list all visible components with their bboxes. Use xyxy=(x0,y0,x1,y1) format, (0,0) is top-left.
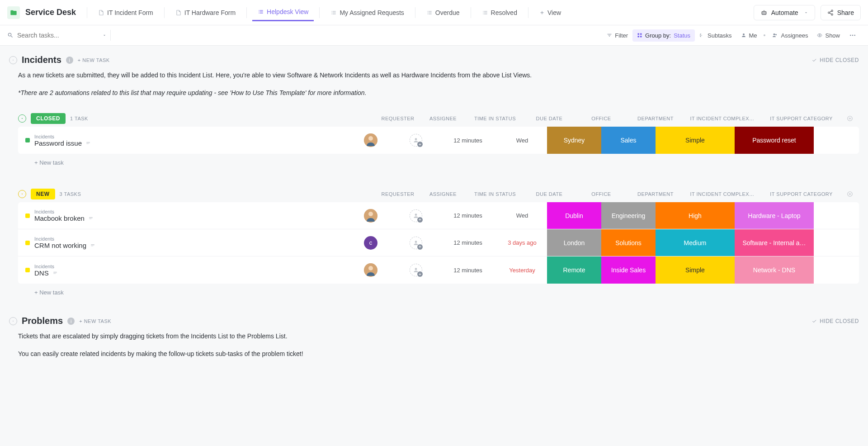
search-input[interactable] xyxy=(17,32,99,39)
info-icon[interactable]: i xyxy=(67,318,75,325)
col-support-category[interactable]: IT SUPPORT CATEGORY xyxy=(762,191,841,197)
subtasks-button[interactable]: Subtasks xyxy=(695,29,736,42)
description-icon[interactable] xyxy=(85,139,91,147)
status-square[interactable] xyxy=(25,214,30,218)
cell-department[interactable]: Engineering xyxy=(601,202,656,229)
requester-avatar[interactable] xyxy=(364,263,377,277)
status-square[interactable] xyxy=(25,241,30,245)
assignees-button[interactable]: Assignees xyxy=(767,29,812,42)
description-icon[interactable] xyxy=(52,269,58,277)
more-button[interactable] xyxy=(844,29,861,42)
assign-empty-icon[interactable] xyxy=(410,209,422,222)
cell-department[interactable]: Solutions xyxy=(601,229,656,256)
col-department[interactable]: DEPARTMENT xyxy=(628,191,683,197)
task-row[interactable]: Incidents DNS 12 minutes Yesterday Remot… xyxy=(18,256,859,284)
cell-department[interactable]: Inside Sales xyxy=(601,256,656,284)
cell-office[interactable]: Dublin xyxy=(547,202,601,229)
tab-it-incident-form[interactable]: IT Incident Form xyxy=(93,5,159,21)
assign-empty-icon[interactable] xyxy=(410,264,422,276)
chevron-down-icon[interactable] xyxy=(102,33,107,38)
col-due-date[interactable]: DUE DATE xyxy=(524,191,574,197)
cell-support-category[interactable]: Password reset xyxy=(735,127,814,154)
cell-support-category[interactable]: Network - DNS xyxy=(735,256,814,284)
status-pill[interactable]: CLOSED xyxy=(31,113,66,124)
add-column-button[interactable] xyxy=(841,115,859,122)
automate-button[interactable]: Automate xyxy=(754,5,815,20)
cell-complexity[interactable]: High xyxy=(656,202,735,229)
col-time-in-status[interactable]: TIME IN STATUS xyxy=(466,116,524,121)
cell-complexity[interactable]: Simple xyxy=(656,127,735,154)
cell-due-date[interactable]: 3 days ago xyxy=(497,229,547,256)
cell-assignee[interactable] xyxy=(393,202,439,229)
task-name[interactable]: Macbook broken xyxy=(34,214,94,222)
cell-due-date[interactable]: Wed xyxy=(497,202,547,229)
section-collapse-toggle[interactable] xyxy=(9,56,17,64)
tab-resolved[interactable]: Resolved xyxy=(476,5,523,21)
tab-overdue[interactable]: Overdue xyxy=(421,5,465,21)
add-view-button[interactable]: View xyxy=(534,5,566,20)
filter-button[interactable]: Filter xyxy=(602,29,632,42)
col-complexity[interactable]: IT INCIDENT COMPLEX… xyxy=(683,191,762,197)
col-office[interactable]: OFFICE xyxy=(574,116,628,121)
tab-helpdesk-view[interactable]: Helpdesk View xyxy=(252,4,314,21)
search-wrap[interactable] xyxy=(7,32,107,39)
col-office[interactable]: OFFICE xyxy=(574,191,628,197)
cell-assignee[interactable] xyxy=(393,256,439,284)
col-time-in-status[interactable]: TIME IN STATUS xyxy=(466,191,524,197)
description-icon[interactable] xyxy=(88,214,94,222)
project-title[interactable]: Service Desk xyxy=(25,8,76,17)
hide-closed-button[interactable]: HIDE CLOSED xyxy=(811,57,859,63)
col-department[interactable]: DEPARTMENT xyxy=(628,116,683,121)
col-assignee[interactable]: ASSIGNEE xyxy=(420,191,466,197)
requester-avatar[interactable] xyxy=(364,133,377,147)
assign-empty-icon[interactable] xyxy=(410,237,422,249)
task-row[interactable]: Incidents CRM not working c 12 minutes 3… xyxy=(18,229,859,256)
me-button[interactable]: Me xyxy=(736,29,762,42)
add-column-button[interactable] xyxy=(841,191,859,197)
cell-assignee[interactable] xyxy=(393,127,439,154)
col-complexity[interactable]: IT INCIDENT COMPLEX… xyxy=(683,116,762,121)
cell-support-category[interactable]: Hardware - Laptop xyxy=(735,202,814,229)
tab-my-assigned-requests[interactable]: My Assigned Requests xyxy=(325,5,409,21)
status-square[interactable] xyxy=(25,268,30,272)
group-collapse-toggle[interactable] xyxy=(18,114,26,123)
col-assignee[interactable]: ASSIGNEE xyxy=(420,116,466,121)
group-by-button[interactable]: Group by: Status xyxy=(632,29,695,42)
task-name[interactable]: DNS xyxy=(34,269,58,277)
status-square[interactable] xyxy=(25,138,30,142)
show-button[interactable]: Show xyxy=(812,29,844,42)
cell-office[interactable]: Remote xyxy=(547,256,601,284)
cell-due-date[interactable]: Wed xyxy=(497,127,547,154)
task-name[interactable]: CRM not working xyxy=(34,242,95,249)
requester-avatar[interactable]: c xyxy=(364,236,377,250)
cell-complexity[interactable]: Medium xyxy=(656,229,735,256)
cell-support-category[interactable]: Software - Internal a… xyxy=(735,229,814,256)
tab-it-hardware-form[interactable]: IT Hardware Form xyxy=(170,5,241,21)
cell-assignee[interactable] xyxy=(393,229,439,256)
group-collapse-toggle[interactable] xyxy=(18,190,26,198)
section-title[interactable]: Problems xyxy=(22,316,63,326)
description-icon[interactable] xyxy=(90,242,95,249)
task-row[interactable]: Incidents Password issue 12 minutes Wed … xyxy=(18,127,859,154)
cell-due-date[interactable]: Yesterday xyxy=(497,256,547,284)
hide-closed-button[interactable]: HIDE CLOSED xyxy=(811,318,859,324)
info-icon[interactable]: i xyxy=(66,57,73,64)
col-support-category[interactable]: IT SUPPORT CATEGORY xyxy=(762,116,841,121)
col-requester[interactable]: REQUESTER xyxy=(375,116,420,121)
cell-complexity[interactable]: Simple xyxy=(656,256,735,284)
share-button[interactable]: Share xyxy=(821,5,861,20)
task-name[interactable]: Password issue xyxy=(34,139,91,147)
new-task-link[interactable]: + NEW TASK xyxy=(78,57,110,63)
cell-office[interactable]: London xyxy=(547,229,601,256)
assign-empty-icon[interactable] xyxy=(410,134,422,147)
new-task-row[interactable]: + New task xyxy=(18,284,859,301)
status-pill[interactable]: NEW xyxy=(31,189,55,199)
new-task-link[interactable]: + NEW TASK xyxy=(79,318,111,324)
cell-department[interactable]: Sales xyxy=(601,127,656,154)
col-due-date[interactable]: DUE DATE xyxy=(524,116,574,121)
new-task-row[interactable]: + New task xyxy=(18,154,859,171)
section-title[interactable]: Incidents xyxy=(22,55,61,65)
task-row[interactable]: Incidents Macbook broken 12 minutes Wed … xyxy=(18,202,859,229)
cell-office[interactable]: Sydney xyxy=(547,127,601,154)
requester-avatar[interactable] xyxy=(364,209,377,223)
